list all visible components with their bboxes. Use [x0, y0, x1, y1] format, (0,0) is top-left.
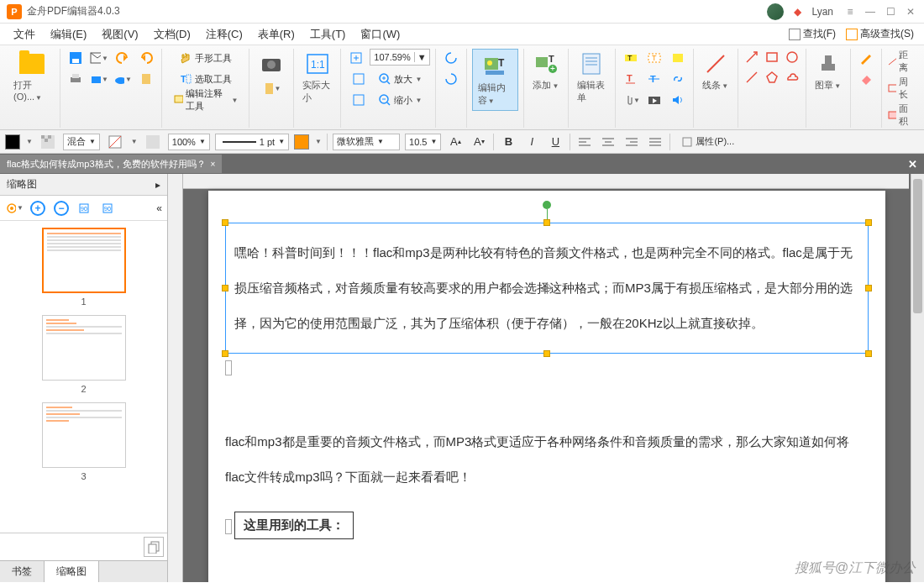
- menu-comment[interactable]: 注释(C): [199, 24, 249, 45]
- video-button[interactable]: [644, 91, 664, 109]
- increase-font-button[interactable]: A▴: [446, 134, 465, 150]
- tab-thumbnails[interactable]: 缩略图: [45, 561, 99, 582]
- clipboard-button[interactable]: ▼: [261, 79, 281, 97]
- rotate-cw-button[interactable]: 90: [99, 199, 118, 218]
- fit-page-button[interactable]: [346, 49, 366, 67]
- nofill-button[interactable]: [105, 133, 125, 151]
- polygon-shape[interactable]: [764, 69, 780, 86]
- panel-collapse-icon[interactable]: «: [156, 202, 162, 214]
- annotate-tool[interactable]: 编辑注释工具▼: [167, 91, 244, 109]
- fit-width-button[interactable]: [349, 70, 369, 88]
- minimize-button[interactable]: —: [864, 6, 877, 18]
- close-button[interactable]: ✕: [904, 6, 917, 18]
- decrease-font-button[interactable]: A▾: [470, 134, 488, 150]
- undo-button[interactable]: [113, 49, 133, 67]
- zoom-combo[interactable]: 107.59%▼: [370, 49, 429, 66]
- zoom-out-button[interactable]: 缩小▼: [372, 91, 428, 109]
- redo-button[interactable]: [136, 49, 156, 67]
- fit-height-button[interactable]: [349, 91, 369, 109]
- thumbnail-page-1[interactable]: [42, 228, 126, 293]
- stamp-button[interactable]: 图章▼: [811, 49, 845, 93]
- resize-handle-e[interactable]: [865, 285, 872, 291]
- paragraph-2-text[interactable]: flac和mp3都是重要的音频文件格式，而MP3格式更适应于各种网络条件和音频质…: [225, 424, 869, 495]
- paste-button[interactable]: [136, 70, 156, 88]
- find-button[interactable]: 查找(F): [785, 25, 839, 43]
- thumbnail-page-3[interactable]: [42, 402, 126, 468]
- pages-stack-icon[interactable]: [144, 537, 164, 557]
- checker-button[interactable]: [143, 133, 163, 151]
- zoom-in-button[interactable]: 放大▼: [372, 70, 428, 88]
- hand-tool[interactable]: 手形工具: [173, 49, 238, 67]
- rect-shape[interactable]: [764, 49, 780, 66]
- resize-handle-n[interactable]: [543, 219, 550, 226]
- tab-bookmark[interactable]: 书签: [0, 561, 45, 582]
- resize-handle-ne[interactable]: [865, 219, 872, 226]
- resize-handle-s[interactable]: [543, 350, 550, 357]
- resize-handle-se[interactable]: [865, 350, 872, 357]
- highlight-button[interactable]: T: [621, 49, 641, 67]
- mail-button[interactable]: ▼: [89, 49, 109, 67]
- font-combo[interactable]: 微软雅黑▼: [333, 134, 400, 150]
- select-tool[interactable]: T选取工具: [173, 70, 238, 88]
- document-page[interactable]: 嘿哈！科普时间到！！！flac和mp3是两种比较有特色的音频文件格式，也是两种完…: [208, 191, 885, 582]
- link-button[interactable]: [668, 70, 688, 88]
- edit-form-button[interactable]: 编辑表单: [574, 49, 610, 106]
- lines-button[interactable]: 线条▼: [699, 49, 732, 93]
- menu-document[interactable]: 文档(D): [147, 24, 197, 45]
- edit-content-button[interactable]: T 编辑内容▼: [472, 49, 518, 111]
- rotate-right-button[interactable]: [441, 70, 461, 88]
- advanced-find-button[interactable]: 高级查找(S): [843, 25, 917, 43]
- circle-shape[interactable]: [784, 49, 801, 66]
- menu-button[interactable]: ≡: [843, 6, 857, 18]
- italic-button[interactable]: I: [522, 134, 541, 150]
- scrollbar-thumb[interactable]: [913, 179, 922, 313]
- open-button[interactable]: 打开(O)...▼: [10, 49, 55, 103]
- print-button[interactable]: [66, 70, 86, 88]
- line-shape[interactable]: [743, 69, 760, 86]
- eraser-button[interactable]: [856, 70, 876, 88]
- rotate-left-button[interactable]: [441, 49, 461, 67]
- stroke-color-swatch[interactable]: [294, 134, 309, 150]
- cloud-button[interactable]: ▼: [113, 70, 133, 88]
- panel-menu-icon[interactable]: ▸: [155, 179, 160, 191]
- align-justify-button[interactable]: [646, 134, 664, 150]
- resize-handle-nw[interactable]: [222, 219, 228, 226]
- properties-button[interactable]: 属性(P)...: [675, 133, 740, 151]
- tab-close-icon[interactable]: ×: [211, 160, 216, 169]
- underline-fmt-button[interactable]: U: [546, 134, 564, 150]
- selected-text-block[interactable]: 嘿哈！科普时间到！！！flac和mp3是两种比较有特色的音频文件格式，也是两种完…: [225, 223, 869, 354]
- blend-combo[interactable]: 混合▼: [63, 134, 100, 150]
- fontsize-combo[interactable]: 10.5▼: [405, 134, 441, 150]
- rotate-ccw-button[interactable]: 90: [76, 199, 94, 218]
- scan-button[interactable]: ▼: [89, 70, 109, 88]
- menu-file[interactable]: 文件: [7, 24, 42, 45]
- stroke-combo[interactable]: 1 pt▼: [215, 134, 289, 150]
- audio-button[interactable]: [668, 91, 688, 109]
- fill-color-swatch[interactable]: [5, 134, 20, 150]
- snapshot-button[interactable]: [255, 49, 288, 79]
- underline-button[interactable]: T: [621, 70, 641, 88]
- document-tab[interactable]: flac格式如何转成mp3格式，免费的软件好用吗？ ×: [0, 155, 222, 173]
- tools-header-text[interactable]: 这里用到的工具：: [234, 512, 354, 539]
- align-left-button[interactable]: [575, 134, 594, 150]
- resize-handle-sw[interactable]: [222, 350, 228, 357]
- menu-form[interactable]: 表单(R): [251, 24, 302, 45]
- center-marker[interactable]: [543, 284, 551, 292]
- cloud-shape[interactable]: [784, 69, 801, 86]
- maximize-button[interactable]: ☐: [884, 6, 897, 18]
- attach-button[interactable]: ▼: [621, 91, 641, 109]
- pattern-button[interactable]: [38, 133, 58, 151]
- area-button[interactable]: 面积: [887, 102, 914, 128]
- menu-window[interactable]: 窗口(W): [354, 24, 407, 45]
- thumb-zoomin-button[interactable]: +: [29, 199, 47, 218]
- align-right-button[interactable]: [622, 134, 641, 150]
- gear-icon[interactable]: ▼: [5, 199, 24, 218]
- resize-handle-w[interactable]: [222, 285, 228, 291]
- thumbnail-page-2[interactable]: [42, 315, 126, 381]
- perimeter-button[interactable]: 周长: [887, 76, 914, 101]
- bold-button[interactable]: B: [499, 134, 517, 150]
- canvas-viewport[interactable]: 嘿哈！科普时间到！！！flac和mp3是两种比较有特色的音频文件格式，也是两种完…: [183, 174, 911, 582]
- strikeout-button[interactable]: T: [644, 70, 664, 88]
- actual-size-button[interactable]: 1:1 实际大小: [299, 49, 335, 106]
- menu-edit[interactable]: 编辑(E): [44, 24, 93, 45]
